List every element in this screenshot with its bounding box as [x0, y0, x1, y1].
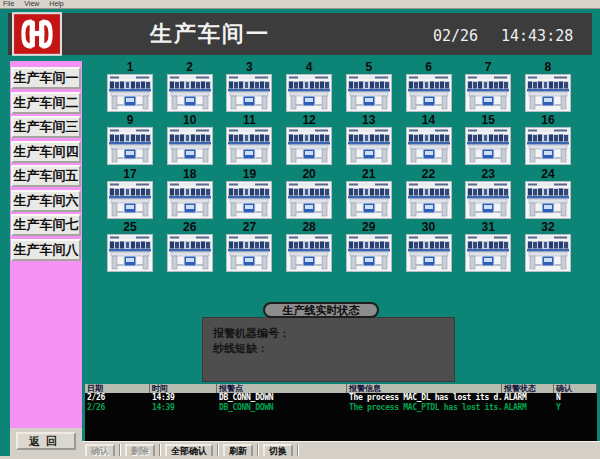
- knitting-machine-icon: [226, 74, 272, 112]
- knitting-machine-icon: [346, 127, 392, 165]
- machine-number: 7: [458, 61, 518, 74]
- machine-cell-31[interactable]: 31: [458, 221, 518, 273]
- alarm-cell: DB_CONN_DOWN: [217, 403, 347, 413]
- menu-item-file[interactable]: File: [3, 0, 14, 8]
- sidebar-item-workshop-3[interactable]: 生产车间三: [11, 116, 81, 138]
- machine-cell-13[interactable]: 13: [339, 114, 399, 166]
- sidebar-item-workshop-1[interactable]: 生产车间一: [11, 67, 81, 89]
- machine-number: 12: [279, 114, 339, 127]
- machine-cell-2[interactable]: 2: [160, 61, 220, 113]
- machine-number: 13: [339, 114, 399, 127]
- machine-cell-28[interactable]: 28: [279, 221, 339, 273]
- machine-cell-24[interactable]: 24: [518, 168, 578, 220]
- sidebar-item-workshop-5[interactable]: 生产车间五: [11, 165, 81, 187]
- machine-cell-29[interactable]: 29: [339, 221, 399, 273]
- machine-cell-16[interactable]: 16: [518, 114, 578, 166]
- sidebar-item-workshop-2[interactable]: 生产车间二: [11, 92, 81, 114]
- machine-cell-5[interactable]: 5: [339, 61, 399, 113]
- machine-number: 18: [160, 168, 220, 181]
- alarm-table-header: 日期时间报警点报警信息报警状态确认: [85, 384, 597, 393]
- machine-number: 27: [219, 221, 279, 234]
- alarm-summary-table[interactable]: 日期时间报警点报警信息报警状态确认 2/2614:39DB_CONN_DOWNT…: [85, 384, 597, 441]
- machine-cell-14[interactable]: 14: [399, 114, 459, 166]
- machine-cell-3[interactable]: 3: [219, 61, 279, 113]
- knitting-machine-icon: [107, 74, 153, 112]
- knitting-machine-icon: [167, 74, 213, 112]
- alarm-row[interactable]: 2/2614:39DB_CONN_DOWNThe process MAC_DL …: [85, 393, 597, 403]
- sidebar-item-workshop-8[interactable]: 生产车间八: [11, 239, 81, 261]
- machine-cell-30[interactable]: 30: [399, 221, 459, 273]
- machine-number: 31: [458, 221, 518, 234]
- knitting-machine-icon: [226, 234, 272, 272]
- machine-cell-1[interactable]: 1: [100, 61, 160, 113]
- machine-cell-10[interactable]: 10: [160, 114, 220, 166]
- alarm-cell: The process MAC_DL has lost its d..: [347, 393, 502, 403]
- knitting-machine-icon: [525, 234, 571, 272]
- machine-cell-6[interactable]: 6: [399, 61, 459, 113]
- machine-cell-20[interactable]: 20: [279, 168, 339, 220]
- machine-cell-7[interactable]: 7: [458, 61, 518, 113]
- machine-cell-26[interactable]: 26: [160, 221, 220, 273]
- machine-cell-27[interactable]: 27: [219, 221, 279, 273]
- machine-number: 21: [339, 168, 399, 181]
- page-title: 生产车间一: [125, 19, 295, 49]
- machine-cell-19[interactable]: 19: [219, 168, 279, 220]
- company-logo-icon: [12, 12, 62, 56]
- sidebar-item-workshop-4[interactable]: 生产车间四: [11, 141, 81, 163]
- knitting-machine-icon: [286, 127, 332, 165]
- machine-cell-11[interactable]: 11: [219, 114, 279, 166]
- knitting-machine-icon: [525, 74, 571, 112]
- machine-number: 26: [160, 221, 220, 234]
- machine-number: 16: [518, 114, 578, 127]
- machine-number: 8: [518, 61, 578, 74]
- knitting-machine-icon: [346, 234, 392, 272]
- knitting-machine-icon: [465, 127, 511, 165]
- alarm-cell: 2/26: [85, 403, 150, 413]
- alarm-cell: The process MAC_PTDL has lost its..: [347, 403, 502, 413]
- machine-number: 1: [100, 61, 160, 74]
- machine-number: 25: [100, 221, 160, 234]
- machine-cell-22[interactable]: 22: [399, 168, 459, 220]
- knitting-machine-icon: [226, 127, 272, 165]
- machine-cell-17[interactable]: 17: [100, 168, 160, 220]
- machine-cell-23[interactable]: 23: [458, 168, 518, 220]
- machine-cell-32[interactable]: 32: [518, 221, 578, 273]
- alarm-row[interactable]: 2/2614:39DB_CONN_DOWNThe process MAC_PTD…: [85, 403, 597, 413]
- sidebar-item-workshop-6[interactable]: 生产车间六: [11, 190, 81, 212]
- knitting-machine-icon: [406, 234, 452, 272]
- knitting-machine-icon: [465, 181, 511, 219]
- knitting-machine-icon: [286, 181, 332, 219]
- knitting-machine-icon: [525, 127, 571, 165]
- knitting-machine-icon: [107, 234, 153, 272]
- alarm-machine-number-label: 报警机器编号：: [213, 326, 454, 341]
- machine-cell-12[interactable]: 12: [279, 114, 339, 166]
- menu-item-view[interactable]: View: [24, 0, 39, 8]
- status-panel: 报警机器编号： 纱线短缺：: [202, 317, 455, 382]
- alarm-cell: ALARM: [502, 393, 554, 403]
- machine-number: 30: [399, 221, 459, 234]
- machine-cell-18[interactable]: 18: [160, 168, 220, 220]
- machine-number: 22: [399, 168, 459, 181]
- knitting-machine-icon: [107, 127, 153, 165]
- knitting-machine-icon: [346, 74, 392, 112]
- knitting-machine-icon: [525, 181, 571, 219]
- knitting-machine-icon: [286, 74, 332, 112]
- machine-cell-21[interactable]: 21: [339, 168, 399, 220]
- machine-number: 19: [219, 168, 279, 181]
- machine-cell-25[interactable]: 25: [100, 221, 160, 273]
- machine-cell-4[interactable]: 4: [279, 61, 339, 113]
- machine-number: 17: [100, 168, 160, 181]
- sidebar-footer: 返回: [10, 428, 82, 459]
- machine-number: 29: [339, 221, 399, 234]
- machine-cell-8[interactable]: 8: [518, 61, 578, 113]
- menu-item-help[interactable]: Help: [49, 0, 63, 8]
- machine-number: 32: [518, 221, 578, 234]
- alarm-cell: ALARM: [502, 403, 554, 413]
- alarm-column-header: 报警状态: [502, 384, 554, 393]
- machine-cell-15[interactable]: 15: [458, 114, 518, 166]
- back-button[interactable]: 返回: [16, 432, 76, 450]
- machine-number: 4: [279, 61, 339, 74]
- alarm-column-header: 报警点: [217, 384, 347, 393]
- sidebar-item-workshop-7[interactable]: 生产车间七: [11, 214, 81, 236]
- machine-cell-9[interactable]: 9: [100, 114, 160, 166]
